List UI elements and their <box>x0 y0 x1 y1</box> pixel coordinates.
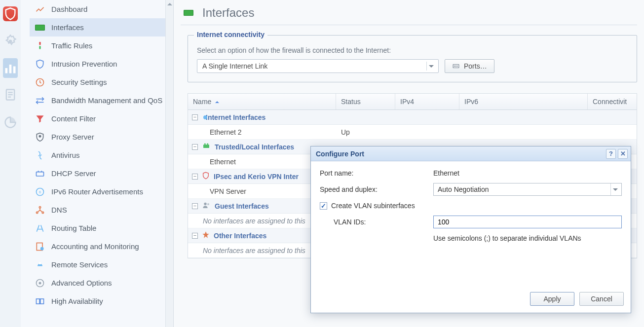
ports-icon <box>452 63 460 70</box>
apply-button[interactable]: Apply <box>530 292 574 306</box>
iface-name: Ethernet 2 <box>210 128 242 136</box>
speed-duplex-select[interactable]: Auto Negotiation <box>433 183 622 196</box>
dhcp-server-icon <box>35 168 45 179</box>
sidebar-item-label: Remote Services <box>51 260 108 269</box>
svg-point-25 <box>39 262 41 264</box>
sidebar-item-bandwidth[interactable]: Bandwidth Management and QoS <box>30 91 173 109</box>
iface-name: VPN Server <box>210 187 246 195</box>
col-ipv4[interactable]: IPv4 <box>395 94 459 109</box>
rail-settings-icon[interactable] <box>0 28 21 55</box>
create-vlan-checkbox[interactable] <box>320 202 327 210</box>
svg-rect-1 <box>5 68 8 73</box>
collapse-icon[interactable]: − <box>192 174 198 180</box>
sidebar-item-ipv6-ra[interactable]: 6IPv6 Router Advertisements <box>30 182 173 201</box>
guest-icon <box>202 201 211 211</box>
ports-button-label: Ports… <box>464 62 487 70</box>
sidebar-item-dashboard[interactable]: Dashboard <box>30 0 173 18</box>
help-button[interactable]: ? <box>606 149 616 159</box>
collapse-icon[interactable]: − <box>192 144 198 150</box>
internet-link-select[interactable]: A Single Internet Link <box>197 59 439 73</box>
vlan-hint: Use semicolons (;) to separate individua… <box>433 234 622 242</box>
svg-rect-14 <box>37 172 44 176</box>
sidebar-item-traffic-rules[interactable]: Traffic Rules <box>30 36 173 55</box>
dialog-title-bar[interactable]: Configure Port ? ✕ <box>311 146 631 161</box>
svg-rect-29 <box>40 299 44 304</box>
sidebar-item-proxy-server[interactable]: Proxy Server <box>30 128 173 146</box>
group-label: Other Interfaces <box>214 232 266 240</box>
group-internet[interactable]: −Internet Interfaces <box>188 110 637 125</box>
svg-rect-8 <box>39 41 40 45</box>
col-ipv6[interactable]: IPv6 <box>459 94 588 109</box>
content-filter-icon <box>35 113 45 124</box>
collapse-icon[interactable]: − <box>192 203 198 209</box>
accounting-icon <box>35 241 45 252</box>
advanced-options-icon <box>35 278 45 289</box>
speed-duplex-value: Auto Negotiation <box>438 185 489 193</box>
sidebar-item-label: Dashboard <box>51 5 87 13</box>
sidebar-item-content-filter[interactable]: Content Filter <box>30 109 173 128</box>
rail-document-icon[interactable] <box>0 81 21 109</box>
group-label: IPsec and Kerio VPN Inter <box>214 173 299 181</box>
close-button[interactable]: ✕ <box>618 149 628 159</box>
sidebar-item-label: IPv6 Router Advertisements <box>51 187 143 196</box>
rail-stats-icon[interactable] <box>3 58 18 78</box>
sidebar-item-dns[interactable]: DNS <box>30 201 173 219</box>
antivirus-icon <box>35 150 45 161</box>
sidebar-item-label: Traffic Rules <box>51 41 92 50</box>
sidebar-item-label: Intrusion Prevention <box>51 60 117 68</box>
page-title: Interfaces <box>202 6 254 20</box>
sidebar-item-high-availability[interactable]: High Availability <box>30 292 173 310</box>
svg-rect-9 <box>39 46 40 49</box>
intrusion-prevention-icon <box>35 59 45 70</box>
sidebar-item-label: Advanced Options <box>51 279 112 287</box>
collapse-icon[interactable]: − <box>192 233 198 239</box>
sidebar-item-accounting[interactable]: Accounting and Monitoring <box>30 237 173 255</box>
table-row[interactable]: Ethernet 2Up <box>188 125 637 140</box>
svg-point-38 <box>207 203 209 205</box>
col-name[interactable]: Name <box>188 94 336 109</box>
svg-rect-34 <box>203 145 209 148</box>
sidebar-item-routing-table[interactable]: Routing Table <box>30 219 173 237</box>
sidebar: DashboardInterfacesTraffic RulesIntrusio… <box>21 0 174 327</box>
ipv6-ra-icon: 6 <box>35 186 45 197</box>
svg-rect-35 <box>204 144 206 145</box>
sidebar-item-intrusion-prevention[interactable]: Intrusion Prevention <box>30 55 173 73</box>
sidebar-item-antivirus[interactable]: Antivirus <box>30 146 173 164</box>
vlan-ids-input[interactable] <box>433 216 622 228</box>
cancel-button[interactable]: Cancel <box>579 292 624 306</box>
svg-point-13 <box>39 135 40 137</box>
sidebar-item-advanced-options[interactable]: Advanced Options <box>30 274 173 292</box>
ports-button[interactable]: Ports… <box>445 59 494 73</box>
col-connectivity[interactable]: Connectivit <box>588 94 637 109</box>
sidebar-item-interfaces[interactable]: Interfaces <box>30 18 173 36</box>
col-status[interactable]: Status <box>336 94 395 109</box>
interfaces-icon <box>182 8 195 18</box>
internet-connectivity-hint: Select an option of how the firewall is … <box>197 46 628 54</box>
chevron-down-icon <box>610 183 619 195</box>
svg-rect-33 <box>457 66 458 67</box>
port-name-label: Port name: <box>320 169 433 177</box>
security-settings-icon <box>35 77 45 88</box>
page-title-bar: Interfaces <box>174 0 644 25</box>
iface-status: Up <box>336 128 395 136</box>
group-label: Trusted/Local Interfaces <box>215 143 294 151</box>
internet-connectivity-box: Internet connectivity Select an option o… <box>188 35 637 82</box>
collapse-icon[interactable]: − <box>192 114 198 120</box>
ipsec-icon <box>202 171 210 182</box>
sidebar-item-dhcp-server[interactable]: DHCP Server <box>30 164 173 182</box>
remote-services-icon <box>35 259 45 270</box>
bandwidth-icon <box>35 95 45 106</box>
sidebar-scrollbar[interactable] <box>165 0 173 327</box>
sidebar-item-label: Routing Table <box>51 224 96 232</box>
sidebar-item-remote-services[interactable]: Remote Services <box>30 255 173 274</box>
rail-shield-icon[interactable] <box>3 6 18 21</box>
dns-icon <box>35 205 45 216</box>
iface-name: Ethernet <box>210 158 236 166</box>
sidebar-item-security-settings[interactable]: Security Settings <box>30 73 173 91</box>
speed-duplex-label: Speed and duplex: <box>320 185 433 193</box>
dashboard-icon <box>35 4 45 15</box>
svg-marker-39 <box>202 231 209 238</box>
rail-disk-icon[interactable] <box>0 109 21 136</box>
icon-rail <box>0 0 21 327</box>
sidebar-item-label: DNS <box>51 206 67 214</box>
